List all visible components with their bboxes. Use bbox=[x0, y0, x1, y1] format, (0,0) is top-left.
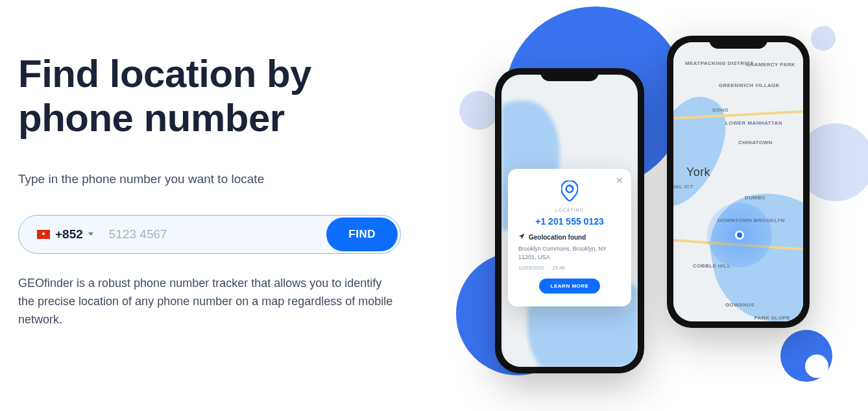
phone-notch bbox=[709, 36, 767, 49]
map-label: MEATPACKING DISTRICT bbox=[685, 60, 753, 66]
result-date: 12/03/2022 bbox=[518, 265, 544, 271]
chevron-down-icon bbox=[88, 232, 93, 236]
phone-input-container: +852 FIND bbox=[18, 215, 401, 254]
close-icon[interactable]: ✕ bbox=[616, 175, 623, 186]
result-phone-number: +1 201 555 0123 bbox=[518, 216, 621, 227]
location-dot-icon bbox=[735, 230, 744, 240]
map-label: GREENWICH VILLAGE bbox=[719, 82, 779, 88]
hero-description: GEOfinder is a robust phone number track… bbox=[18, 275, 394, 329]
decorative-circle bbox=[811, 26, 836, 51]
dial-code: +852 bbox=[55, 227, 83, 242]
navigation-arrow-icon bbox=[518, 233, 525, 241]
result-address: Brooklyn Commons, Brooklyn, NY 11201, US… bbox=[518, 245, 621, 261]
hero-illustration: MEATPACKING DISTRICT GRAMERCY PARK GREEN… bbox=[446, 0, 868, 411]
country-code-selector[interactable]: +852 bbox=[21, 227, 102, 242]
location-result-card: ✕ LOCATING +1 201 555 0123 bbox=[508, 169, 631, 306]
phone-notch bbox=[540, 68, 599, 81]
location-pin-icon bbox=[561, 181, 578, 204]
decorative-circle bbox=[459, 91, 498, 130]
map-label: PARK SLOPE bbox=[754, 315, 790, 321]
decorative-circle bbox=[780, 330, 832, 382]
map-label: CHINATOWN bbox=[738, 140, 773, 145]
phone-number-input[interactable] bbox=[102, 227, 327, 242]
hero-title: Find location by phone number bbox=[18, 52, 434, 141]
map-label: DUMBO bbox=[745, 195, 766, 201]
hero-subtitle: Type in the phone number you want to loc… bbox=[18, 172, 434, 186]
result-time: 15:46 bbox=[552, 265, 565, 271]
map-label: GRAMERCY PARK bbox=[746, 62, 795, 68]
locating-label: LOCATING bbox=[518, 208, 621, 212]
hk-flag-icon bbox=[37, 230, 50, 239]
geolocation-found-label: Geolocation found bbox=[529, 234, 586, 241]
phone-mockup-back: MEATPACKING DISTRICT GRAMERCY PARK GREEN… bbox=[667, 36, 810, 328]
phone-mockup-front: ✕ LOCATING +1 201 555 0123 bbox=[495, 68, 644, 373]
map-label: York bbox=[686, 166, 710, 179]
map-label: CIAL ICT bbox=[673, 184, 693, 190]
map-label: GOWANUS bbox=[725, 302, 754, 308]
map-illustration: MEATPACKING DISTRICT GRAMERCY PARK GREEN… bbox=[673, 42, 803, 321]
find-button[interactable]: FIND bbox=[326, 218, 398, 251]
map-label: SOHO bbox=[712, 107, 729, 113]
map-label: LOWER MANHATTAN bbox=[725, 120, 782, 126]
learn-more-button[interactable]: LEARN MORE bbox=[539, 279, 601, 293]
